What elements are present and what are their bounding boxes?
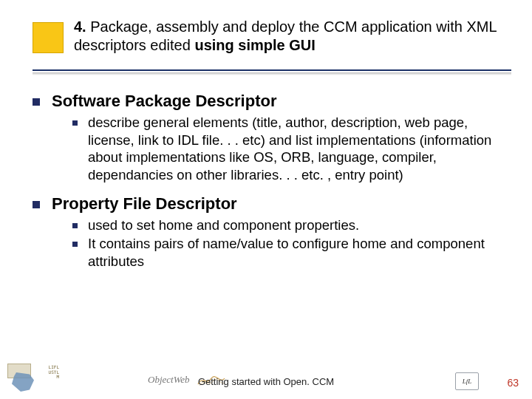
bullet-item: describe general elements (title, author… — [72, 114, 502, 184]
title-accent-block — [33, 22, 64, 53]
title-underline — [33, 69, 511, 70]
slide-body: Software Package Descriptor describe gen… — [33, 87, 502, 272]
bullet-text: used to set home and component propertie… — [88, 216, 359, 234]
footer-right-logo: LfL — [455, 372, 479, 390]
bullet-text: It contains pairs of name/value to confi… — [88, 235, 502, 270]
title-bold-tail: using simple GUI — [194, 37, 315, 53]
section-heading-text: Software Package Descriptor — [52, 92, 276, 111]
section-heading: Software Package Descriptor — [33, 92, 502, 111]
slide: 4. Package, assembly and deploy the CCM … — [0, 0, 532, 399]
square-bullet-icon — [72, 223, 78, 228]
square-bullet-icon — [72, 242, 78, 247]
section-heading: Property File Descriptor — [33, 194, 502, 214]
footer-right-logo-text: LfL — [463, 378, 472, 385]
page-number: 63 — [507, 377, 519, 389]
slide-title: 4. Package, assembly and deploy the CCM … — [74, 18, 508, 55]
bullet-item: used to set home and component propertie… — [72, 216, 502, 234]
footer-center-text: Getting started with Open. CCM — [0, 376, 532, 387]
section-heading-text: Property File Descriptor — [52, 194, 237, 214]
square-bullet-icon — [33, 201, 40, 208]
title-number: 4. — [74, 18, 90, 35]
bullet-text: describe general elements (title, author… — [88, 114, 502, 184]
slide-footer: LIFL USTL M ObjectWeb Getting started wi… — [0, 371, 532, 392]
square-bullet-icon — [72, 120, 78, 126]
square-bullet-icon — [33, 98, 40, 106]
title-area: 4. Package, assembly and deploy the CCM … — [33, 18, 508, 55]
bullet-item: It contains pairs of name/value to confi… — [72, 235, 502, 270]
